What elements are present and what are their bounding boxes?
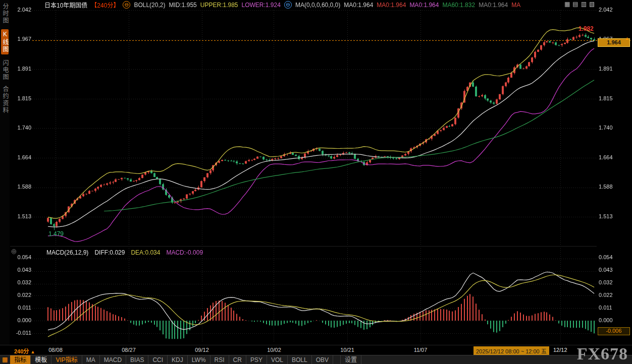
price-tick-right: 2.042	[599, 7, 619, 13]
tab-indicators[interactable]: 指标	[10, 355, 31, 364]
macd-tick-left: 0.043	[11, 267, 31, 273]
layout-grid-icon[interactable]: ▦	[564, 1, 570, 8]
price-tick-left: 1.740	[11, 125, 31, 131]
fx678-watermark: FX678	[577, 344, 628, 363]
tab-psy[interactable]: PSY	[246, 355, 267, 364]
tab-vol[interactable]: VOL	[267, 355, 288, 364]
price-tick-left: 2.042	[11, 7, 31, 13]
date-tick: 08/27	[118, 347, 140, 353]
tab-bias[interactable]: BIAS	[126, 355, 148, 364]
period-high-label: 1.982	[578, 25, 594, 32]
price-tick-right: 1.815	[599, 95, 619, 101]
macd-tick-left: -0.011	[11, 330, 31, 336]
tab-boll[interactable]: BOLL	[288, 355, 312, 364]
macd-tick-right: 0.043	[599, 267, 619, 273]
period-selector[interactable]: 240分 ▲	[14, 347, 35, 355]
sidebar-item-lightning[interactable]: 闪电图	[1, 59, 9, 81]
collapse-ma-icon[interactable]: ⊖	[284, 1, 292, 9]
tab-rsi[interactable]: RSI	[210, 355, 229, 364]
period-selector-label: 240分	[14, 348, 29, 354]
last-price-arrow-icon: ▲	[625, 36, 629, 41]
window-layout-controls: ▦ ▤ ▥ ▧	[564, 1, 595, 8]
period-low-label: 1.479	[48, 230, 64, 237]
date-tick: 11/07	[409, 347, 432, 353]
price-tick-right: 1.664	[599, 154, 619, 160]
tab-vip-indicators[interactable]: VIP指标	[51, 355, 82, 364]
macd-tick-left: 0.054	[11, 254, 31, 260]
tab-kdj[interactable]: KDJ	[168, 355, 188, 364]
price-tick-right: 1.588	[599, 184, 619, 190]
macd-hist-value: MACD:-0.009	[166, 249, 203, 256]
instrument-title: 日本10年期国债	[44, 1, 87, 9]
macd-tick-left: 0.000	[11, 317, 31, 323]
macd-dea-value: DEA:0.034	[131, 249, 160, 256]
date-tick: 10/21	[336, 347, 358, 353]
selected-bar-range-badge: 2025/12/12 08:00 ~ 12:00 五	[473, 346, 549, 355]
macd-header: MACD(26,12,9) DIFF:0.029 DEA:0.034 MACD:…	[46, 249, 203, 256]
price-tick-left: 1.588	[11, 184, 31, 190]
price-tick-left: 1.513	[11, 213, 31, 219]
sidebar-item-contract-info[interactable]: 合约资料	[1, 86, 9, 114]
date-tick: 08/08	[44, 347, 67, 353]
indicator-cycle-icon[interactable]: ◎	[11, 248, 16, 255]
price-tick-left: 1.891	[11, 66, 31, 72]
macd-name: MACD(26,12,9)	[46, 249, 88, 256]
macd-tick-right: 0.011	[599, 305, 619, 311]
macd-last-badge: -0.006	[598, 327, 630, 335]
macd-tick-right: 0.032	[599, 279, 619, 285]
tab-lw[interactable]: LW%	[188, 355, 210, 364]
tab-cr[interactable]: CR	[229, 355, 246, 364]
ma0-value-1: MA0:1.964	[344, 2, 373, 9]
date-tick-last: 12/12	[553, 347, 567, 353]
tab-macd[interactable]: MACD	[100, 355, 126, 364]
boll-mid-value: MID:1.955	[169, 2, 196, 9]
toolbar-grid-icon[interactable]: ▦	[0, 355, 10, 364]
period-up-arrow-icon: ▲	[30, 349, 35, 354]
indicator-topbar: 日本10年期国债 【240分】 ⊖ BOLL(20,2) MID:1.955 U…	[44, 1, 520, 9]
price-tick-left: 1.815	[11, 95, 31, 101]
boll-lower-value: LOWER:1.924	[242, 2, 281, 9]
boll-label: BOLL(20,2)	[134, 2, 165, 9]
price-tick-left: 1.967	[11, 36, 31, 42]
tab-settings[interactable]: 设置	[340, 355, 361, 364]
ma0-value-4: MA0:1.964	[479, 2, 508, 9]
layout-rows-icon[interactable]: ▤	[572, 1, 578, 8]
tab-templates[interactable]: 模板	[31, 355, 51, 364]
boll-upper-value: UPPER:1.985	[200, 2, 238, 9]
ma-group-label: MA(0,0,0,60,0,0)	[295, 2, 340, 9]
macd-tick-right: 0.022	[599, 292, 619, 298]
ma60-value: MA60:1.832	[442, 2, 475, 9]
collapse-boll-icon[interactable]: ⊖	[123, 1, 130, 9]
ma0-value-3: MA0:1.964	[409, 2, 439, 9]
layout-cols-icon[interactable]: ▥	[581, 1, 587, 8]
price-tick-right: 1.740	[599, 125, 619, 131]
date-tick: 09/12	[191, 347, 213, 353]
price-chart-canvas[interactable]	[0, 0, 632, 364]
ma0-value-2: MA0:1.964	[377, 2, 406, 9]
price-tick-left: 1.664	[11, 154, 31, 160]
time-axis: 240分 ▲ 08/08 08/27 09/12 10/02 10/21 11/…	[0, 345, 632, 355]
macd-tick-left: 0.032	[11, 279, 31, 285]
macd-tick-left: 0.022	[11, 292, 31, 298]
tab-obv[interactable]: OBV	[312, 355, 333, 364]
sidebar-item-kline[interactable]: K线图	[1, 29, 9, 54]
date-tick: 10/02	[263, 347, 285, 353]
price-tick-right: 1.513	[599, 213, 619, 219]
macd-tick-right: 0.054	[599, 254, 619, 260]
tab-cci[interactable]: CCI	[148, 355, 168, 364]
period-badge: 【240分】	[91, 1, 119, 9]
indicator-toolbar: ▦ 指标 模板 VIP指标 MA MACD BIAS CCI KDJ LW% R…	[0, 355, 632, 364]
macd-tick-right: 0.000	[599, 317, 619, 323]
tab-ma[interactable]: MA	[82, 355, 100, 364]
sidebar-item-timeshare[interactable]: 分时图	[1, 3, 9, 24]
macd-tick-left: 0.011	[11, 305, 31, 311]
app: { "meta": {"title": "日本10年期国债", "period"…	[0, 0, 632, 364]
left-sidebar: 分时图 K线图 闪电图 合约资料	[0, 0, 10, 353]
layout-mixed-icon[interactable]: ▧	[589, 1, 595, 8]
ma-tail-label: MA	[511, 2, 520, 9]
macd-diff-value: DIFF:0.029	[94, 249, 125, 256]
price-tick-right: 1.891	[599, 66, 619, 72]
